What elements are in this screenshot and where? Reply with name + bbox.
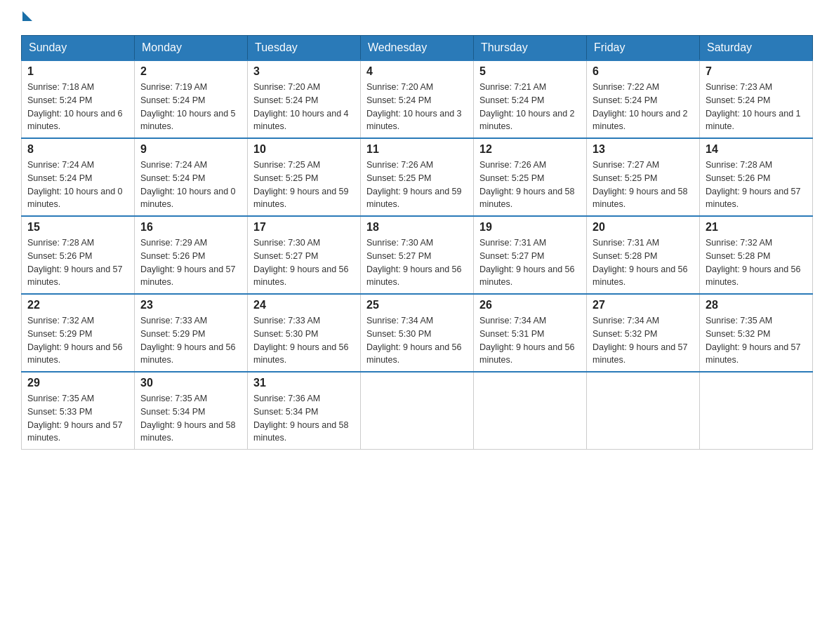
day-number: 14 — [706, 143, 807, 156]
day-info: Sunrise: 7:21 AMSunset: 5:24 PMDaylight:… — [479, 81, 581, 133]
calendar-table: SundayMondayTuesdayWednesdayThursdayFrid… — [21, 35, 813, 450]
day-number: 27 — [593, 299, 694, 311]
day-info: Sunrise: 7:33 AMSunset: 5:30 PMDaylight:… — [253, 314, 355, 367]
day-number: 7 — [706, 65, 807, 78]
calendar-cell: 28 Sunrise: 7:35 AMSunset: 5:32 PMDaylig… — [700, 294, 813, 372]
day-info: Sunrise: 7:32 AMSunset: 5:28 PMDaylight:… — [706, 236, 807, 289]
day-info: Sunrise: 7:36 AMSunset: 5:34 PMDaylight:… — [253, 392, 355, 445]
day-info: Sunrise: 7:23 AMSunset: 5:24 PMDaylight:… — [706, 81, 807, 133]
day-number: 13 — [593, 143, 694, 156]
day-number: 5 — [479, 65, 581, 78]
calendar-cell: 3 Sunrise: 7:20 AMSunset: 5:24 PMDayligh… — [248, 60, 361, 138]
day-info: Sunrise: 7:31 AMSunset: 5:27 PMDaylight:… — [479, 236, 581, 289]
calendar-cell: 22 Sunrise: 7:32 AMSunset: 5:29 PMDaylig… — [22, 294, 135, 372]
day-info: Sunrise: 7:28 AMSunset: 5:26 PMDaylight:… — [27, 236, 128, 289]
calendar-cell: 20 Sunrise: 7:31 AMSunset: 5:28 PMDaylig… — [587, 216, 700, 294]
day-header-saturday: Saturday — [700, 36, 813, 61]
day-info: Sunrise: 7:30 AMSunset: 5:27 PMDaylight:… — [253, 236, 355, 289]
day-info: Sunrise: 7:26 AMSunset: 5:25 PMDaylight:… — [479, 159, 581, 211]
day-info: Sunrise: 7:27 AMSunset: 5:25 PMDaylight:… — [593, 159, 694, 211]
calendar-cell: 17 Sunrise: 7:30 AMSunset: 5:27 PMDaylig… — [248, 216, 361, 294]
day-number: 28 — [706, 299, 807, 311]
calendar-cell: 11 Sunrise: 7:26 AMSunset: 5:25 PMDaylig… — [361, 138, 474, 216]
day-info: Sunrise: 7:18 AMSunset: 5:24 PMDaylight:… — [27, 81, 128, 133]
day-number: 16 — [140, 221, 241, 234]
calendar-cell: 21 Sunrise: 7:32 AMSunset: 5:28 PMDaylig… — [700, 216, 813, 294]
day-number: 24 — [253, 299, 355, 311]
week-row-1: 1 Sunrise: 7:18 AMSunset: 5:24 PMDayligh… — [22, 60, 813, 138]
day-number: 17 — [253, 221, 355, 234]
page-header — [21, 14, 813, 21]
day-header-sunday: Sunday — [22, 36, 135, 61]
day-number: 1 — [27, 65, 128, 78]
day-number: 15 — [27, 221, 128, 234]
calendar-cell: 24 Sunrise: 7:33 AMSunset: 5:30 PMDaylig… — [248, 294, 361, 372]
calendar-cell: 19 Sunrise: 7:31 AMSunset: 5:27 PMDaylig… — [474, 216, 587, 294]
day-header-monday: Monday — [135, 36, 248, 61]
day-number: 25 — [366, 299, 468, 311]
calendar-cell — [474, 372, 587, 450]
day-info: Sunrise: 7:20 AMSunset: 5:24 PMDaylight:… — [366, 81, 468, 133]
day-info: Sunrise: 7:22 AMSunset: 5:24 PMDaylight:… — [593, 81, 694, 133]
day-number: 31 — [253, 377, 355, 389]
day-header-thursday: Thursday — [474, 36, 587, 61]
day-info: Sunrise: 7:24 AMSunset: 5:24 PMDaylight:… — [140, 159, 241, 211]
day-number: 26 — [479, 299, 581, 311]
day-info: Sunrise: 7:33 AMSunset: 5:29 PMDaylight:… — [140, 314, 241, 367]
day-info: Sunrise: 7:24 AMSunset: 5:24 PMDaylight:… — [27, 159, 128, 211]
calendar-cell: 14 Sunrise: 7:28 AMSunset: 5:26 PMDaylig… — [700, 138, 813, 216]
day-info: Sunrise: 7:20 AMSunset: 5:24 PMDaylight:… — [253, 81, 355, 133]
day-number: 3 — [253, 65, 355, 78]
day-number: 19 — [479, 221, 581, 234]
calendar-cell: 12 Sunrise: 7:26 AMSunset: 5:25 PMDaylig… — [474, 138, 587, 216]
day-number: 6 — [593, 65, 694, 78]
calendar-cell: 7 Sunrise: 7:23 AMSunset: 5:24 PMDayligh… — [700, 60, 813, 138]
day-header-tuesday: Tuesday — [248, 36, 361, 61]
calendar-cell: 23 Sunrise: 7:33 AMSunset: 5:29 PMDaylig… — [135, 294, 248, 372]
day-info: Sunrise: 7:34 AMSunset: 5:31 PMDaylight:… — [479, 314, 581, 367]
calendar-cell: 1 Sunrise: 7:18 AMSunset: 5:24 PMDayligh… — [22, 60, 135, 138]
day-number: 29 — [27, 377, 128, 389]
day-number: 21 — [706, 221, 807, 234]
week-row-4: 22 Sunrise: 7:32 AMSunset: 5:29 PMDaylig… — [22, 294, 813, 372]
day-number: 30 — [140, 377, 241, 389]
calendar-cell: 25 Sunrise: 7:34 AMSunset: 5:30 PMDaylig… — [361, 294, 474, 372]
calendar-cell: 26 Sunrise: 7:34 AMSunset: 5:31 PMDaylig… — [474, 294, 587, 372]
day-number: 11 — [366, 143, 468, 156]
day-number: 9 — [140, 143, 241, 156]
day-info: Sunrise: 7:34 AMSunset: 5:30 PMDaylight:… — [366, 314, 468, 367]
day-info: Sunrise: 7:31 AMSunset: 5:28 PMDaylight:… — [593, 236, 694, 289]
day-number: 23 — [140, 299, 241, 311]
week-row-2: 8 Sunrise: 7:24 AMSunset: 5:24 PMDayligh… — [22, 138, 813, 216]
day-header-wednesday: Wednesday — [361, 36, 474, 61]
day-info: Sunrise: 7:25 AMSunset: 5:25 PMDaylight:… — [253, 159, 355, 211]
calendar-cell: 27 Sunrise: 7:34 AMSunset: 5:32 PMDaylig… — [587, 294, 700, 372]
calendar-cell: 2 Sunrise: 7:19 AMSunset: 5:24 PMDayligh… — [135, 60, 248, 138]
day-info: Sunrise: 7:26 AMSunset: 5:25 PMDaylight:… — [366, 159, 468, 211]
day-info: Sunrise: 7:32 AMSunset: 5:29 PMDaylight:… — [27, 314, 128, 367]
logo-arrow-icon — [22, 11, 32, 21]
calendar-cell — [700, 372, 813, 450]
calendar-cell: 10 Sunrise: 7:25 AMSunset: 5:25 PMDaylig… — [248, 138, 361, 216]
day-number: 4 — [366, 65, 468, 78]
day-info: Sunrise: 7:30 AMSunset: 5:27 PMDaylight:… — [366, 236, 468, 289]
day-number: 10 — [253, 143, 355, 156]
calendar-header-row: SundayMondayTuesdayWednesdayThursdayFrid… — [22, 36, 813, 61]
calendar-cell: 16 Sunrise: 7:29 AMSunset: 5:26 PMDaylig… — [135, 216, 248, 294]
calendar-cell: 5 Sunrise: 7:21 AMSunset: 5:24 PMDayligh… — [474, 60, 587, 138]
day-info: Sunrise: 7:35 AMSunset: 5:34 PMDaylight:… — [140, 392, 241, 445]
week-row-5: 29 Sunrise: 7:35 AMSunset: 5:33 PMDaylig… — [22, 372, 813, 450]
day-info: Sunrise: 7:34 AMSunset: 5:32 PMDaylight:… — [593, 314, 694, 367]
day-number: 8 — [27, 143, 128, 156]
day-number: 20 — [593, 221, 694, 234]
calendar-cell: 31 Sunrise: 7:36 AMSunset: 5:34 PMDaylig… — [248, 372, 361, 450]
day-info: Sunrise: 7:35 AMSunset: 5:32 PMDaylight:… — [706, 314, 807, 367]
logo — [21, 14, 32, 21]
calendar-cell — [587, 372, 700, 450]
day-number: 2 — [140, 65, 241, 78]
day-header-friday: Friday — [587, 36, 700, 61]
calendar-cell: 6 Sunrise: 7:22 AMSunset: 5:24 PMDayligh… — [587, 60, 700, 138]
week-row-3: 15 Sunrise: 7:28 AMSunset: 5:26 PMDaylig… — [22, 216, 813, 294]
calendar-cell: 4 Sunrise: 7:20 AMSunset: 5:24 PMDayligh… — [361, 60, 474, 138]
calendar-cell: 13 Sunrise: 7:27 AMSunset: 5:25 PMDaylig… — [587, 138, 700, 216]
